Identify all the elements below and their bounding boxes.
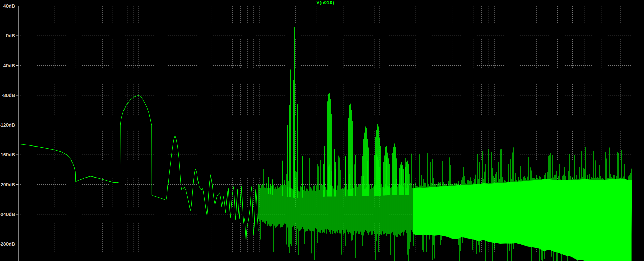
trace-vn010 — [18, 96, 258, 242]
y-axis: 40dB0dB-40dB-80dB-120dB-160dB-200dB-240d… — [0, 0, 18, 261]
waveform-plot[interactable] — [0, 0, 644, 261]
y-axis-tick-label: -80dB — [0, 93, 15, 98]
y-axis-tick-label: -240dB — [0, 212, 15, 217]
y-axis-tick-label: -40dB — [0, 63, 15, 68]
y-axis-tick-label: 0dB — [0, 33, 15, 39]
waveform-window: V(n010) 40dB0dB-40dB-80dB-120dB-160dB-20… — [0, 0, 644, 261]
y-axis-tick-label: 40dB — [0, 3, 15, 9]
y-axis-tick-label: -200dB — [0, 182, 15, 187]
y-axis-tick-label: -160dB — [0, 152, 15, 157]
y-axis-tick-label: -120dB — [0, 122, 15, 128]
y-axis-tick-label: -280dB — [0, 241, 15, 247]
noise-floor — [258, 147, 632, 261]
